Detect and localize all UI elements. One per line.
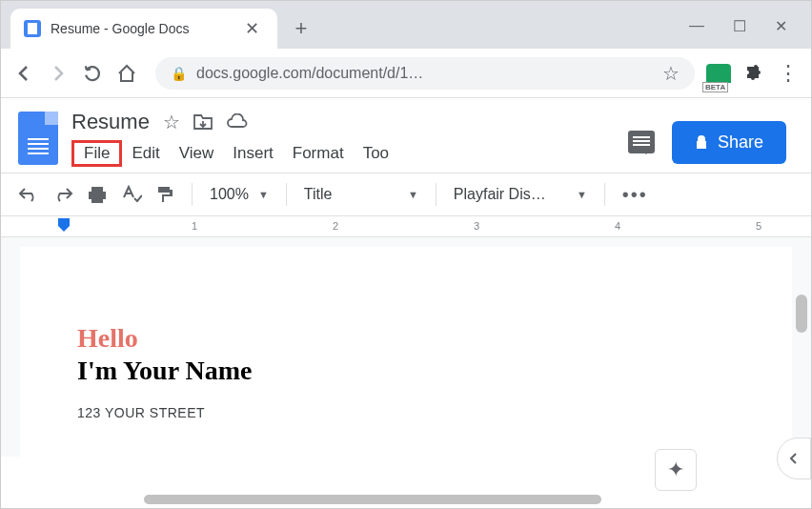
- ruler[interactable]: 1 2 3 4 5: [1, 216, 811, 237]
- minimize-button[interactable]: —: [689, 17, 704, 35]
- forward-button[interactable]: [47, 62, 70, 85]
- back-button[interactable]: [12, 62, 35, 85]
- menu-tools[interactable]: Too: [354, 140, 398, 167]
- doc-address-text[interactable]: 123 YOUR STREET: [77, 405, 735, 420]
- side-panel-toggle[interactable]: [777, 438, 811, 479]
- docs-header: Resume ☆ File Edit View Insert Format To…: [1, 98, 811, 167]
- window-controls: — ☐ ✕: [689, 17, 811, 49]
- home-button[interactable]: [115, 62, 138, 85]
- share-button[interactable]: Share: [672, 121, 786, 164]
- menu-format[interactable]: Format: [283, 140, 354, 167]
- browser-menu-icon[interactable]: ⋮: [777, 62, 800, 85]
- extension-beta-icon[interactable]: [706, 64, 731, 83]
- doc-hello-text[interactable]: Hello: [77, 323, 735, 354]
- new-tab-button[interactable]: +: [287, 14, 315, 43]
- toolbar: 100% ▼ Title ▼ Playfair Dis… ▼ •••: [1, 173, 811, 216]
- separator: [436, 183, 436, 206]
- maximize-button[interactable]: ☐: [733, 17, 746, 35]
- explore-button[interactable]: ✦: [655, 449, 697, 491]
- indent-marker[interactable]: [58, 218, 70, 237]
- lock-icon: [695, 134, 708, 150]
- print-icon[interactable]: [87, 185, 108, 204]
- ruler-tick: 1: [192, 220, 197, 232]
- close-window-button[interactable]: ✕: [775, 17, 787, 35]
- separator: [604, 183, 605, 206]
- comments-icon[interactable]: [628, 131, 655, 153]
- menubar: File Edit View Insert Format Too: [71, 140, 398, 167]
- ruler-tick: 5: [756, 220, 761, 232]
- url-bar[interactable]: 🔒 docs.google.com/document/d/1… ☆: [155, 57, 695, 90]
- more-tools-icon[interactable]: •••: [622, 184, 648, 206]
- cloud-status-icon[interactable]: [226, 113, 249, 131]
- lock-icon: 🔒: [171, 66, 187, 81]
- paint-format-icon[interactable]: [155, 185, 174, 204]
- browser-tab[interactable]: Resume - Google Docs ✕: [10, 9, 277, 49]
- reload-button[interactable]: [81, 62, 104, 85]
- menu-view[interactable]: View: [170, 140, 224, 167]
- menu-insert[interactable]: Insert: [223, 140, 283, 167]
- separator: [286, 183, 287, 206]
- vertical-scrollbar[interactable]: [796, 295, 807, 333]
- doc-name-text[interactable]: I'm Your Name: [77, 356, 735, 386]
- browser-addressbar: 🔒 docs.google.com/document/d/1… ☆ ⋮: [1, 49, 811, 98]
- style-value: Title: [304, 186, 333, 203]
- star-icon[interactable]: ☆: [163, 111, 180, 133]
- font-value: Playfair Dis…: [454, 186, 546, 203]
- menu-file[interactable]: File: [71, 140, 122, 167]
- url-text: docs.google.com/document/d/1…: [196, 65, 423, 82]
- share-label: Share: [718, 132, 763, 153]
- separator: [192, 183, 193, 206]
- menu-edit[interactable]: Edit: [122, 140, 169, 167]
- horizontal-scrollbar[interactable]: [144, 495, 601, 504]
- docs-logo-icon[interactable]: [18, 112, 58, 165]
- document-area: Hello I'm Your Name 123 YOUR STREET: [1, 237, 811, 457]
- zoom-select[interactable]: 100% ▼: [210, 186, 269, 203]
- extensions-icon[interactable]: [742, 62, 765, 85]
- chevron-down-icon: ▼: [577, 189, 587, 200]
- font-select[interactable]: Playfair Dis… ▼: [454, 186, 587, 203]
- move-icon[interactable]: [193, 113, 213, 131]
- undo-icon[interactable]: [18, 187, 39, 202]
- bookmark-star-icon[interactable]: ☆: [662, 62, 680, 85]
- spellcheck-icon[interactable]: [121, 185, 142, 204]
- style-select[interactable]: Title ▼: [304, 186, 418, 203]
- ruler-tick: 4: [615, 220, 620, 232]
- redo-icon[interactable]: [52, 187, 73, 202]
- chevron-down-icon: ▼: [408, 189, 418, 200]
- tab-title: Resume - Google Docs: [51, 21, 231, 36]
- docs-favicon: [24, 20, 41, 37]
- close-tab-icon[interactable]: ✕: [240, 18, 264, 39]
- ruler-tick: 2: [333, 220, 338, 232]
- browser-titlebar: Resume - Google Docs ✕ + — ☐ ✕: [1, 1, 811, 49]
- chevron-down-icon: ▼: [258, 189, 269, 200]
- zoom-value: 100%: [210, 186, 249, 203]
- document-title[interactable]: Resume: [71, 110, 150, 134]
- ruler-tick: 3: [474, 220, 479, 232]
- document-page[interactable]: Hello I'm Your Name 123 YOUR STREET: [20, 247, 792, 457]
